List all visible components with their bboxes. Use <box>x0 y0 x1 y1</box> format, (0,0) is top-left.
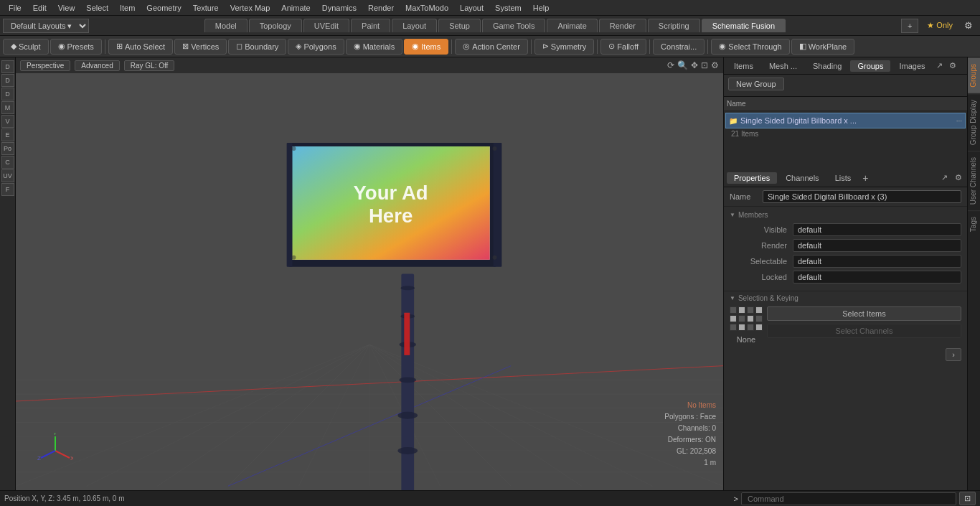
menu-edit[interactable]: Edit <box>27 2 52 14</box>
left-tool-v[interactable]: V <box>1 115 14 128</box>
menu-item[interactable]: Item <box>114 2 141 14</box>
layout-dropdown[interactable]: Default Layouts ▾ <box>3 19 89 33</box>
settings-icon[interactable]: ⚙ <box>961 20 976 31</box>
add-layout-button[interactable]: + <box>901 19 918 33</box>
group-item[interactable]: 📁 Single Sided Digital Billboard x ... ·… <box>725 113 966 128</box>
menu-layout[interactable]: Layout <box>454 2 489 14</box>
svg-point-24 <box>399 342 416 347</box>
left-tool-1[interactable]: D <box>1 60 14 73</box>
prop-tab-properties[interactable]: Properties <box>727 172 777 184</box>
strip-tab-groups[interactable]: Groups <box>968 57 981 93</box>
left-tool-f[interactable]: F <box>1 183 14 196</box>
keying-dot-10 <box>738 324 745 331</box>
tab-setup[interactable]: Setup <box>438 19 481 32</box>
strip-tab-user-channels[interactable]: User Channels <box>968 151 981 210</box>
prop-tab-channels[interactable]: Channels <box>778 172 826 184</box>
tab-topology[interactable]: Topology <box>249 19 302 32</box>
viewport-icon-settings[interactable]: ⚙ <box>711 60 719 70</box>
prop-tab-right: ↗ ⚙ <box>939 172 964 183</box>
boundary-button[interactable]: ◻ Boundary <box>228 39 286 55</box>
presets-button[interactable]: ◉ Presets <box>50 39 102 55</box>
left-tool-mesh[interactable]: M <box>1 101 14 114</box>
menu-file[interactable]: File <box>3 2 27 14</box>
sculpt-button[interactable]: ◆ Sculpt <box>3 39 49 55</box>
select-through-button[interactable]: ◉ Select Through <box>711 39 789 55</box>
panel-tab-shading[interactable]: Shading <box>806 60 849 72</box>
tab-schematic-fusion[interactable]: Schematic Fusion <box>702 19 786 32</box>
menu-view[interactable]: View <box>52 2 81 14</box>
falloff-button[interactable]: ⊙ Falloff <box>600 39 646 55</box>
command-input[interactable] <box>741 492 956 505</box>
raygl-button[interactable]: Ray GL: Off <box>124 60 175 71</box>
advanced-button[interactable]: Advanced <box>75 60 119 71</box>
items-button[interactable]: ◉ Items <box>404 39 448 55</box>
panel-tab-images[interactable]: Images <box>892 60 932 72</box>
prop-select-locked[interactable]: default <box>793 271 961 284</box>
prop-select-visible[interactable]: default <box>793 223 961 236</box>
left-tool-uv[interactable]: UV <box>1 169 14 182</box>
viewport[interactable]: Perspective Advanced Ray GL: Off ⟳ 🔍 ✥ ⊡… <box>16 57 723 490</box>
strip-tab-tags[interactable]: Tags <box>968 210 981 238</box>
strip-tab-group-display[interactable]: Group Display <box>968 93 981 151</box>
bottom-bar: Position X, Y, Z: 3.45 m, 10.65 m, 0 m >… <box>0 490 980 506</box>
viewport-icon-rotate[interactable]: ⟳ <box>667 60 674 70</box>
command-go-button[interactable]: ⊡ <box>959 492 976 505</box>
constrain-button[interactable]: Constrai... <box>653 39 705 55</box>
tab-layout[interactable]: Layout <box>392 19 437 32</box>
menu-geometry[interactable]: Geometry <box>141 2 187 14</box>
panel-tab-groups[interactable]: Groups <box>850 60 890 72</box>
select-channels-button[interactable]: Select Channels <box>767 324 961 338</box>
menu-dynamics[interactable]: Dynamics <box>316 2 362 14</box>
menu-animate[interactable]: Animate <box>275 2 316 14</box>
menu-maxtomodo[interactable]: MaxToModo <box>400 2 454 14</box>
new-group-button[interactable]: New Group <box>728 78 784 90</box>
prop-name-input[interactable] <box>763 190 961 203</box>
vertices-button[interactable]: ⊠ Vertices <box>174 39 227 55</box>
svg-line-19 <box>16 366 723 401</box>
materials-button[interactable]: ◉ Materials <box>346 39 403 55</box>
tab-gametools[interactable]: Game Tools <box>482 19 546 32</box>
star-only-label[interactable]: ★ Only <box>921 19 958 32</box>
menu-render[interactable]: Render <box>362 2 400 14</box>
keying-expand-button[interactable]: › <box>946 348 961 361</box>
action-center-button[interactable]: ◎ Action Center <box>455 39 528 55</box>
panel-tab-mesh[interactable]: Mesh ... <box>762 60 804 72</box>
symmetry-button[interactable]: ⊳ Symmetry <box>534 39 595 55</box>
viewport-icon-frame[interactable]: ⊡ <box>701 60 708 70</box>
panel-tab-items[interactable]: Items <box>727 60 760 72</box>
menu-select[interactable]: Select <box>80 2 114 14</box>
panel-expand-icon[interactable]: ↗ <box>934 60 945 70</box>
tab-model[interactable]: Model <box>204 19 248 32</box>
tab-paint[interactable]: Paint <box>351 19 390 32</box>
left-tool-2[interactable]: D <box>1 74 14 87</box>
tab-uvedit[interactable]: UVEdit <box>303 19 349 32</box>
tab-render[interactable]: Render <box>599 19 646 32</box>
menu-system[interactable]: System <box>489 2 527 14</box>
tab-scripting[interactable]: Scripting <box>648 19 700 32</box>
left-tool-c[interactable]: C <box>1 156 14 169</box>
prop-select-render[interactable]: default <box>793 239 961 252</box>
prop-tab-lists[interactable]: Lists <box>828 172 859 184</box>
menu-help[interactable]: Help <box>527 2 555 14</box>
workplane-button[interactable]: ◧ WorkPlane <box>791 39 855 55</box>
viewport-icon-zoom[interactable]: 🔍 <box>677 60 688 70</box>
status-deformers: Deformers: ON <box>664 434 716 446</box>
left-tool-pol[interactable]: Po <box>1 142 14 155</box>
viewport-status: No Items Polygons : Face Channels: 0 Def… <box>664 400 716 469</box>
auto-select-button[interactable]: ⊞ Auto Select <box>108 39 173 55</box>
perspective-button[interactable]: Perspective <box>20 60 70 71</box>
prop-select-selectable[interactable]: default <box>793 255 961 268</box>
prop-tab-add[interactable]: + <box>862 172 868 184</box>
select-items-button[interactable]: Select Items <box>767 306 961 321</box>
menu-texture[interactable]: Texture <box>187 2 225 14</box>
viewport-icon-pan[interactable]: ✥ <box>691 60 698 70</box>
left-tool-dup[interactable]: D <box>1 88 14 100</box>
panel-settings-icon[interactable]: ⚙ <box>947 60 958 70</box>
left-tool-e[interactable]: E <box>1 128 14 141</box>
menu-vertexmap[interactable]: Vertex Map <box>225 2 276 14</box>
tab-animate[interactable]: Animate <box>547 19 597 32</box>
prop-expand-icon[interactable]: ↗ <box>939 172 950 183</box>
svg-rect-32 <box>288 143 497 267</box>
polygons-button[interactable]: ◈ Polygons <box>288 39 344 55</box>
prop-settings-icon[interactable]: ⚙ <box>953 172 964 183</box>
